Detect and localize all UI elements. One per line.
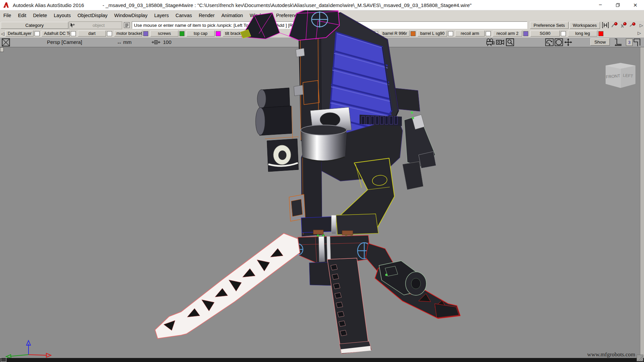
layer-swatch[interactable] (252, 31, 257, 36)
layer-button-tilt-bracket[interactable]: tilt bracket 2 996 (223, 31, 251, 37)
prompt-input[interactable] (132, 21, 527, 29)
orbit-view-icon[interactable] (545, 38, 554, 46)
layer-item: dart (78, 31, 112, 37)
layer-swatch[interactable] (373, 31, 378, 36)
menu-file[interactable]: File (0, 13, 14, 18)
layer-swatch[interactable] (35, 31, 40, 36)
console-corner-icon[interactable] (1, 357, 6, 362)
layer-button-sg90[interactable]: SG90 (530, 31, 560, 37)
layer-bar: ◁ DefaultLayer Adafruit DC Toy dart moto… (0, 29, 644, 38)
zoom-box-icon[interactable] (506, 38, 514, 46)
menu-edit[interactable]: Edit (14, 13, 30, 18)
preference-sets-button[interactable]: Preference Sets (530, 22, 569, 29)
window-controls: − × (592, 0, 644, 10)
layer-swatch[interactable] (523, 31, 528, 36)
view-cube-left-label[interactable]: LEFT (623, 73, 634, 79)
viewport-toolbar: Persp [Camera] ↔ mm 100 (0, 38, 644, 47)
menu-layers[interactable]: Layers (151, 13, 172, 18)
pick-toolbar: Category object Preference Sets Workspac… (0, 21, 644, 30)
menu-render[interactable]: Render (195, 13, 218, 18)
corner-window-icon[interactable] (633, 38, 641, 46)
restore-button[interactable] (609, 0, 627, 10)
layer-button-motor-bracket[interactable]: motor bracket 3i (114, 31, 142, 37)
layer-item: motor bracket 3i (114, 31, 148, 37)
layer-button-top-cap[interactable]: top cap (186, 31, 215, 37)
layer-button-long-leg[interactable]: long leg (568, 31, 597, 37)
canvas-left-tab-icon[interactable] (0, 47, 4, 52)
grid-size-value: 100 (163, 39, 171, 45)
paint-tool-icon-2[interactable] (620, 22, 627, 28)
layer-swatch[interactable] (598, 31, 603, 36)
movie-camera-icon[interactable] (486, 38, 495, 46)
menu-objectdisplay[interactable]: ObjectDisplay (74, 13, 111, 18)
layer-swatch[interactable] (179, 31, 184, 36)
menu-layouts[interactable]: Layouts (50, 13, 74, 18)
layerbar-scroll-right-icon[interactable]: ▷ (638, 31, 641, 36)
menu-canvas[interactable]: Canvas (172, 13, 195, 18)
layer-swatch[interactable] (486, 31, 491, 36)
layer-item: recoil arm 2 (493, 31, 528, 37)
pick-object-zone[interactable]: object (69, 21, 122, 29)
object-label: object (75, 23, 122, 28)
layer-button-recoil-arm-2[interactable]: recoil arm 2 (493, 31, 522, 37)
menu-windows[interactable]: Windows (246, 13, 273, 18)
look-at-icon[interactable] (554, 38, 563, 46)
menu-delete[interactable]: Delete (30, 13, 50, 18)
minimize-button[interactable]: − (592, 0, 609, 10)
layer-button-screws[interactable]: screws (150, 31, 178, 37)
layer-button-dart[interactable]: dart (78, 31, 106, 37)
layer-swatch[interactable] (107, 31, 112, 36)
ruler-icon[interactable] (614, 38, 623, 46)
resize-grip-icon[interactable] (637, 355, 643, 361)
layer-item: DefaultLayer (5, 31, 40, 37)
app-title: Autodesk Alias AutoStudio 2016 (13, 2, 84, 8)
layer-item: barrel L sg90 (418, 31, 453, 37)
pickbar-expand-arrow-icon[interactable]: ▷ (640, 23, 643, 28)
layer-swatch[interactable] (411, 31, 416, 36)
pan-icon[interactable] (564, 38, 573, 46)
hotkeys-icon[interactable] (602, 22, 609, 28)
prompt-history-icon[interactable] (124, 22, 130, 28)
layer-button-barrel-l[interactable]: barrel L sg90 (418, 31, 447, 37)
layer-swatch[interactable] (561, 31, 566, 36)
paint-tool-icon-1[interactable] (611, 22, 618, 28)
menu-animation[interactable]: Animation (218, 13, 246, 18)
viewport-canvas[interactable] (0, 47, 644, 362)
viewport-collapse-icon[interactable] (2, 38, 10, 47)
layer-item: tilt bracket 2 996 (223, 31, 257, 37)
layer-item: Adafruit DC Toy (42, 31, 76, 37)
paint-tool-icon-3[interactable] (629, 22, 636, 28)
category-button[interactable]: Category (1, 22, 68, 29)
layer-button-barrel-r[interactable]: barrel R 996r (380, 31, 410, 37)
layer-swatch[interactable] (71, 31, 76, 36)
layer-item: screws (150, 31, 184, 37)
view-cube[interactable]: FRONT LEFT (601, 61, 641, 90)
layer-item: barrel R 996r (380, 31, 416, 37)
grid-size-icon (152, 40, 160, 45)
workspaces-button[interactable]: Workspaces (570, 22, 600, 29)
menu-utilities[interactable]: Utilities (306, 13, 328, 18)
menu-preferences[interactable]: Preferences (273, 13, 306, 18)
menu-bar: File Edit Delete Layouts ObjectDisplay W… (0, 10, 644, 21)
layer-item: top cap (186, 31, 221, 37)
camera-label[interactable]: Persp [Camera] (47, 39, 82, 45)
title-bar: Autodesk Alias AutoStudio 2016 - _msaved… (0, 0, 644, 10)
watermark-text: www.mfgrobots.com (587, 351, 635, 358)
restore-icon (616, 3, 620, 7)
layer-item: SG90 (530, 31, 566, 37)
layer-swatch[interactable] (448, 31, 453, 36)
layer-swatch[interactable] (143, 31, 148, 36)
menu-windowdisplay[interactable]: WindowDisplay (111, 13, 151, 18)
autodesk-logo-icon (3, 2, 9, 8)
units-indicator: ↔ mm (117, 39, 131, 45)
layer-button-recoil-arm[interactable]: recoil arm (455, 31, 485, 37)
layer-swatch[interactable] (216, 31, 221, 36)
layer-button-defaultlayer[interactable]: DefaultLayer (5, 31, 34, 37)
camera-icon[interactable] (496, 38, 504, 46)
close-button[interactable]: × (627, 0, 644, 10)
layer-item: long leg (568, 31, 603, 37)
show-button[interactable]: Show (590, 38, 610, 46)
frame-number-box[interactable]: 3 (626, 39, 633, 46)
layerbar-scroll-left-icon[interactable]: ◁ (1, 31, 4, 36)
layer-button-adafruit-dc-toy[interactable]: Adafruit DC Toy (42, 31, 70, 37)
